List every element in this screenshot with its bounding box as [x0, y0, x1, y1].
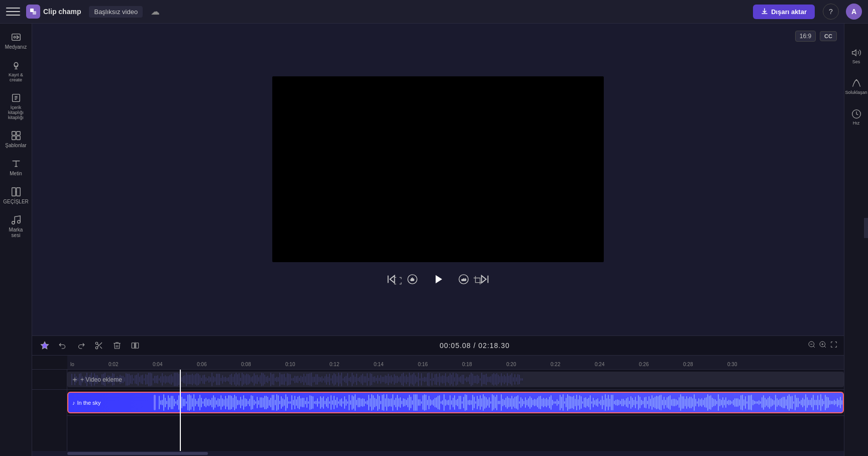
preview-area: 16:9 CC -10 +10 [32, 24, 844, 335]
svg-rect-10 [12, 188, 15, 196]
ruler-mark-6: 0:12 [330, 362, 339, 367]
ruler-mark-10: 0:20 [506, 362, 516, 367]
video-preview-canvas [272, 76, 604, 262]
right-panel-volume[interactable]: Ses [845, 44, 867, 68]
help-button[interactable]: ? [823, 4, 839, 20]
svg-line-29 [824, 346, 826, 348]
music-note-icon: ♪ [72, 400, 75, 406]
ruler-mark-15: 0:30 [727, 362, 737, 367]
music-track-row: ♪ In the sky [67, 390, 844, 416]
svg-rect-9 [16, 136, 20, 140]
waveform-bars [159, 393, 843, 412]
smart-cut-button[interactable] [38, 339, 51, 352]
sidebar-item-media[interactable]: Medyanız [2, 28, 30, 54]
right-panel-fade[interactable]: Soluklaşan [845, 74, 867, 99]
ruler-mark-7: 0:14 [374, 362, 383, 367]
hamburger-menu[interactable] [6, 5, 20, 19]
logo-icon [26, 5, 40, 19]
video-track-label [32, 370, 67, 390]
scissors-button[interactable] [92, 339, 105, 352]
redo-button[interactable] [74, 339, 87, 352]
timeline-toolbar: 00:05.08 / 02:18.30 [32, 336, 844, 356]
timeline-area: 00:05.08 / 02:18.30 lo 0:02 [32, 335, 844, 456]
svg-rect-1 [33, 11, 36, 15]
right-panel-speed[interactable]: Hız [845, 105, 867, 130]
svg-marker-19 [41, 342, 49, 349]
zoom-controls [808, 340, 838, 351]
svg-rect-22 [132, 343, 134, 349]
export-button[interactable]: Dışarı aktar [753, 5, 815, 19]
ruler-mark-14: 0:28 [683, 362, 693, 367]
svg-marker-34 [852, 50, 856, 56]
ruler-mark-2: 0:04 [153, 362, 162, 367]
track-labels-column [32, 370, 67, 451]
sidebar-item-brand[interactable]: Marka sesi [2, 210, 30, 242]
playback-controls: -10 +10 [42, 262, 834, 293]
aspect-ratio-badge[interactable]: 16:9 [795, 31, 816, 42]
timecode-display: 00:05.08 / 02:18.30 [147, 341, 803, 350]
right-panel: Ses Soluklaşan Hız [844, 24, 868, 456]
playhead[interactable] [180, 370, 181, 451]
svg-point-20 [95, 342, 98, 345]
sidebar-item-templates[interactable]: Şablonlar [2, 126, 30, 152]
svg-point-3 [14, 36, 16, 38]
zoom-in-button[interactable] [819, 340, 827, 351]
zoom-out-button[interactable] [808, 340, 816, 351]
timeline-tracks: In the sky + Video ekleme ♪ In the sky [32, 370, 844, 451]
svg-rect-8 [12, 136, 15, 140]
user-avatar[interactable]: A [846, 4, 862, 20]
timeline-content: In the sky + Video ekleme ♪ In the sky [67, 370, 844, 451]
sidebar-item-library[interactable]: İçerik kitaplığıkitaplığı [2, 88, 30, 124]
center-area: 16:9 CC -10 +10 [32, 24, 844, 456]
delete-button[interactable] [111, 339, 124, 352]
undo-button[interactable] [56, 339, 69, 352]
svg-point-12 [12, 221, 15, 224]
left-sidebar: Medyanız Kayıt &create İçerik kitaplığık… [0, 24, 32, 456]
sidebar-item-transitions[interactable]: GEÇİŞLER [2, 182, 30, 208]
ruler-mark-11: 0:22 [551, 362, 560, 367]
sidebar-collapse-toggle[interactable]: › [864, 218, 868, 238]
project-name[interactable]: Başlıksız video [89, 6, 143, 18]
ruler-mark-4: 0:08 [241, 362, 251, 367]
cc-badge[interactable]: CC [820, 31, 837, 41]
cloud-save-icon: ☁ [151, 6, 160, 17]
clip-drag-handle-left[interactable] [154, 395, 156, 410]
svg-point-13 [17, 220, 20, 223]
svg-point-4 [14, 63, 18, 66]
ruler-mark-12: 0:24 [595, 362, 604, 367]
music-track-label-col [32, 390, 67, 416]
timeline-scrollbar[interactable] [32, 451, 844, 456]
main-area: Medyanız Kayıt &create İçerik kitaplığık… [0, 24, 868, 456]
svg-point-35 [856, 80, 857, 81]
music-clip-label: ♪ In the sky [72, 400, 101, 406]
video-waveform [67, 372, 844, 387]
preview-top-controls: 16:9 CC [795, 31, 837, 42]
svg-line-26 [813, 346, 815, 348]
add-video-button[interactable]: + Video ekleme [71, 376, 122, 383]
ruler-mark-0: lo [70, 362, 74, 367]
svg-rect-7 [16, 132, 20, 135]
ruler-mark-5: 0:10 [285, 362, 295, 367]
video-track-row: In the sky + Video ekleme [67, 370, 844, 390]
music-waveform [159, 393, 843, 412]
svg-point-21 [95, 347, 98, 349]
fullscreen-button[interactable] [2, 269, 794, 290]
timeline-ruler: lo 0:02 0:04 0:06 0:08 0:10 0:12 0:14 0:… [32, 356, 844, 370]
app-logo: Clip champ [26, 5, 81, 19]
ruler-mark-13: 0:26 [639, 362, 648, 367]
sidebar-item-record[interactable]: Kayıt &create [2, 56, 30, 86]
ruler-mark-1: 0:02 [108, 362, 118, 367]
app-title: Clip champ [43, 8, 81, 16]
ruler-mark-9: 0:18 [462, 362, 472, 367]
scrollbar-thumb[interactable] [67, 452, 208, 455]
svg-rect-23 [136, 343, 139, 349]
video-track-empty [67, 372, 844, 387]
svg-rect-11 [16, 188, 20, 196]
sidebar-item-text[interactable]: Metin [2, 154, 30, 180]
topbar: Clip champ Başlıksız video ☁ Dışarı akta… [0, 0, 868, 24]
fit-to-window-button[interactable] [830, 340, 838, 351]
svg-rect-6 [12, 132, 15, 135]
ruler-mark-8: 0:16 [418, 362, 427, 367]
split-button[interactable] [129, 339, 142, 352]
music-clip[interactable]: ♪ In the sky [67, 392, 844, 413]
